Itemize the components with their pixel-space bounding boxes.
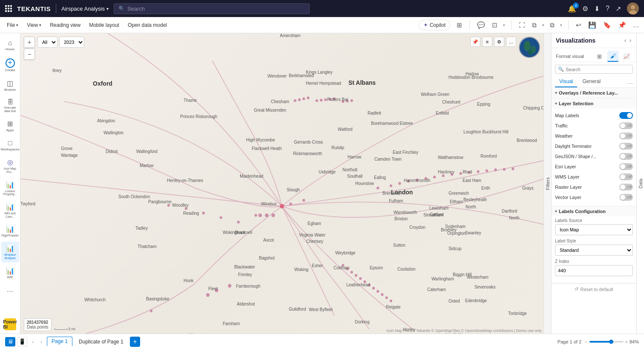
- geojson-toggle[interactable]: Off: [619, 153, 633, 160]
- page-item-1[interactable]: Page 1: [47, 337, 72, 346]
- powerbi-logo[interactable]: Power BI: [4, 318, 16, 330]
- tab-visual[interactable]: Visual: [555, 76, 577, 87]
- zoom-bar: − + 84%: [585, 339, 639, 344]
- imd-icon: 📊: [6, 203, 14, 211]
- undo-button[interactable]: ↩: [575, 20, 583, 30]
- zoom-in-button[interactable]: +: [24, 37, 35, 48]
- map-labels-toggle[interactable]: On: [619, 112, 633, 119]
- save-button[interactable]: 💾: [587, 20, 598, 30]
- z-index-input[interactable]: [555, 265, 633, 276]
- weather-toggle[interactable]: Off: [619, 133, 633, 139]
- filter-year-select[interactable]: 2023: [59, 37, 84, 48]
- zoom-minus-icon[interactable]: −: [585, 339, 587, 344]
- sidebar-item-more[interactable]: …: [1, 283, 19, 296]
- page-item-2[interactable]: Duplicate of Page 1: [74, 337, 128, 346]
- view-menu-button[interactable]: View ▾: [23, 21, 45, 29]
- reading-view-button[interactable]: Reading view: [46, 21, 84, 29]
- format-visual-label: Format visual: [556, 54, 584, 59]
- layer-selection-header[interactable]: ▾ Layer Selection: [552, 98, 636, 109]
- sidebar-item-iconmap[interactable]: ◎ Icon Map Pro...: [1, 156, 19, 176]
- comment-button[interactable]: 💬: [476, 20, 486, 30]
- sidebar-item-onelake[interactable]: 🗄 OneLake data hub: [1, 96, 19, 115]
- format-table-icon[interactable]: ⊞: [594, 51, 605, 62]
- sidebar-item-apps[interactable]: ⊞ Apps: [1, 117, 19, 135]
- format-brush-icon[interactable]: 🖌: [607, 51, 618, 62]
- city-abingdon: Abingdon: [97, 118, 115, 123]
- download-button[interactable]: ⬇: [594, 5, 600, 13]
- share-button[interactable]: ↗: [615, 5, 621, 13]
- panel-collapse-left[interactable]: ‹: [624, 37, 627, 44]
- sidebar-item-airspace[interactable]: 📊 Airspace Analysis: [1, 242, 19, 262]
- zoom-handle[interactable]: [609, 340, 613, 344]
- sidebar-item-workspaces[interactable]: □ Workspaces: [1, 137, 19, 154]
- top-search-input[interactable]: [127, 6, 305, 12]
- more-button[interactable]: …: [632, 20, 641, 30]
- reset-label: Reset to default: [580, 287, 613, 292]
- data-tab[interactable]: Data: [636, 33, 644, 334]
- open-data-model-button[interactable]: Open data model: [124, 21, 170, 29]
- expand-button[interactable]: ⛶: [518, 20, 526, 30]
- panel-tab-more[interactable]: …: [627, 78, 633, 85]
- zoom-out-button[interactable]: −: [24, 49, 35, 60]
- panel-expand-right[interactable]: ›: [629, 37, 632, 44]
- visual-options-button[interactable]: ⊡: [491, 20, 499, 30]
- traffic-toggle[interactable]: Off: [619, 122, 633, 129]
- zoom-slider[interactable]: [589, 341, 624, 343]
- sidebar-item-imd[interactable]: 📊 IMD and Care...: [1, 200, 19, 221]
- map-background[interactable]: + − All 2023: [20, 33, 543, 334]
- overlays-section-header[interactable]: ▾ Overlays / Reference Lay...: [552, 88, 636, 98]
- sidebar-item-browse[interactable]: ◫ Browse: [1, 77, 19, 95]
- label-style-select[interactable]: Standard: [555, 245, 633, 256]
- page-tab-mobile[interactable]: 📱: [17, 337, 27, 346]
- labels-config-header[interactable]: ▾ Labels Configuration: [552, 206, 636, 216]
- panel-search-input[interactable]: [566, 67, 630, 72]
- wms-toggle[interactable]: Off: [619, 173, 633, 180]
- sidebar-item-london[interactable]: 📊 London Property...: [1, 178, 19, 199]
- grid-menu-button[interactable]: [5, 5, 12, 12]
- arrange-button[interactable]: ⧉: [549, 20, 556, 30]
- mobile-layout-button[interactable]: Mobile layout: [86, 21, 123, 29]
- help-button[interactable]: ?: [606, 5, 610, 12]
- map-settings-icon[interactable]: ⚙: [494, 37, 504, 47]
- map-layers-icon[interactable]: ≡: [482, 37, 492, 47]
- daylight-toggle[interactable]: Off: [619, 143, 633, 150]
- notifications-button[interactable]: 🔔 4: [568, 5, 576, 13]
- labels-source-select[interactable]: Icon Map: [555, 224, 633, 235]
- report-name-button[interactable]: Airspace Analysis ▾: [61, 6, 109, 12]
- status-right: Page 1 of 2 − + 84%: [558, 339, 639, 344]
- visual-type-button[interactable]: ⊞: [455, 20, 463, 30]
- format-analytics-icon[interactable]: 📈: [621, 51, 632, 62]
- top-divider: [56, 4, 56, 13]
- labels-config-body: Labels Source Icon Map Label Style Stand…: [552, 216, 636, 283]
- sidebar-item-imp[interactable]: 📊 IMP: [1, 264, 19, 282]
- page-nav-prev[interactable]: ‹: [29, 338, 37, 346]
- reset-button[interactable]: ↺ Reset to default: [552, 283, 636, 294]
- page-tab-desktop[interactable]: 🖥: [5, 337, 15, 346]
- sidebar-item-create[interactable]: + Create: [1, 56, 19, 75]
- avatar[interactable]: [627, 3, 639, 14]
- copilot-button[interactable]: ✦ Copilot: [419, 20, 450, 30]
- file-menu-button[interactable]: File ▾: [3, 21, 22, 29]
- map-globe-minimap[interactable]: [519, 37, 540, 58]
- copy-button[interactable]: ⧉: [531, 20, 538, 30]
- sidebar-item-flight[interactable]: 📊 FlightTracker: [1, 222, 19, 240]
- svg-point-31: [468, 171, 471, 174]
- pin-button[interactable]: 📌: [617, 20, 627, 30]
- map-attribution: Icon Map Pro | © Tekantis © OpenMapTiles…: [386, 329, 542, 333]
- esri-toggle[interactable]: Off: [619, 163, 633, 170]
- map-more-icon[interactable]: …: [506, 37, 516, 47]
- page-nav-next[interactable]: ›: [37, 338, 45, 346]
- raster-toggle[interactable]: Off: [619, 184, 633, 190]
- sidebar-item-home[interactable]: ⌂ Home: [1, 37, 19, 54]
- labels-config-chevron: ▾: [555, 209, 557, 213]
- tab-general[interactable]: General: [578, 76, 605, 87]
- top-search-bar[interactable]: 🔍: [114, 3, 310, 14]
- zoom-plus-icon[interactable]: +: [625, 339, 628, 344]
- bookmark-button[interactable]: 🔖: [602, 20, 612, 30]
- vector-toggle[interactable]: Off: [619, 194, 633, 201]
- filters-sidebar[interactable]: Filters: [543, 33, 551, 334]
- add-page-button[interactable]: +: [130, 337, 140, 347]
- filter-all-select[interactable]: All: [37, 37, 58, 48]
- panel-search[interactable]: 🔍: [555, 65, 633, 74]
- settings-button[interactable]: ⚙: [582, 5, 588, 13]
